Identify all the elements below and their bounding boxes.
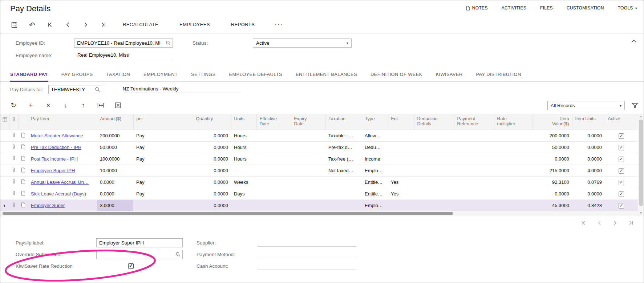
cell-taxation[interactable]: Pre-tax d… — [325, 142, 362, 153]
col-quantity[interactable]: Quantity — [193, 114, 231, 130]
cell-effective-date[interactable] — [256, 130, 291, 142]
cell-per[interactable] — [133, 200, 193, 211]
cell-payment-reference[interactable] — [454, 188, 494, 200]
cell-type[interactable]: Entitle… — [362, 188, 388, 200]
cell-rate-multiplier[interactable] — [494, 177, 532, 188]
supplier-field[interactable] — [258, 239, 356, 247]
cell-units[interactable]: Hours — [231, 130, 256, 142]
cell-quantity[interactable]: 0.0000 — [193, 130, 231, 142]
cell-type[interactable]: Dedu… — [362, 142, 388, 153]
pay-item-link[interactable]: Annual Leave Accrual Un… — [31, 179, 89, 185]
records-filter-select[interactable]: All Records ▾ — [547, 101, 625, 110]
cell-rate-multiplier[interactable] — [494, 188, 532, 200]
col-taxation[interactable]: Taxation — [325, 114, 362, 130]
active-checkbox[interactable] — [619, 180, 624, 185]
cell-per[interactable]: Pay — [133, 153, 193, 165]
cell-effective-date[interactable] — [256, 177, 291, 188]
cell-amount-selected[interactable]: 3.0000 — [97, 200, 133, 211]
save-button[interactable] — [5, 19, 23, 30]
cell-attachment[interactable] — [9, 130, 19, 142]
pay-details-for-lookup-button[interactable] — [93, 85, 102, 94]
col-payment-reference[interactable]: Payment Reference — [454, 114, 494, 130]
fit-width-button[interactable] — [92, 100, 109, 111]
undo-button[interactable]: ↶ — [23, 19, 41, 30]
cell-item-units[interactable]: 0.0000 — [572, 153, 605, 165]
cell-deduction-details[interactable] — [414, 142, 454, 153]
col-expiry-date[interactable]: Expiry Date — [291, 114, 325, 130]
cell-deduction-details[interactable] — [414, 177, 454, 188]
tab-pay-groups[interactable]: PAY GROUPS — [61, 68, 93, 82]
cell-item-value[interactable]: 0.0000 — [532, 153, 572, 165]
cell-attachment[interactable] — [9, 188, 19, 200]
pay-item-link[interactable]: Employer Super — [31, 203, 65, 208]
tab-kiwisaver[interactable]: KIWISAVER — [436, 68, 463, 82]
cell-per[interactable]: Pay — [133, 142, 193, 153]
cell-note[interactable] — [19, 200, 28, 211]
tools-menu-button[interactable]: TOOLS ▾ — [618, 5, 637, 11]
col-pay-item[interactable]: Pay Item — [28, 114, 97, 130]
cell-taxation[interactable] — [325, 188, 362, 200]
cell-ent[interactable] — [388, 153, 414, 165]
cell-payment-reference[interactable] — [454, 130, 494, 142]
col-notes[interactable] — [19, 114, 28, 130]
pay-item-link[interactable]: Pre Tax Deduction - IPH — [31, 145, 81, 150]
status-select[interactable]: Active ▾ — [253, 39, 352, 48]
table-row[interactable]: Employee Super IPH 10.0000 0.0000 Not ta… — [0, 165, 638, 177]
cell-expiry-date[interactable] — [291, 165, 325, 177]
cell-type[interactable]: Entitle… — [362, 177, 388, 188]
last-page-button[interactable] — [628, 221, 633, 225]
cell-deduction-details[interactable] — [414, 165, 454, 177]
col-attachments[interactable] — [9, 114, 19, 130]
cell-expiry-date[interactable] — [291, 177, 325, 188]
pay-item-link[interactable]: Motor Scooter Allowance — [31, 133, 83, 138]
cell-attachment[interactable] — [9, 177, 19, 188]
col-item-units[interactable]: Item Units — [572, 114, 605, 130]
cell-units[interactable]: Weeks — [231, 177, 256, 188]
col-rate-multiplier[interactable]: Rate multiplier — [494, 114, 532, 130]
add-row-button[interactable]: + — [22, 100, 40, 111]
cell-attachment[interactable] — [9, 153, 19, 165]
col-type[interactable]: Type — [362, 114, 388, 130]
cell-ent[interactable] — [388, 200, 414, 211]
cell-expiry-date[interactable] — [291, 153, 325, 165]
cell-per[interactable] — [133, 165, 193, 177]
col-item-value[interactable]: Item Value($) — [532, 114, 572, 130]
cell-expiry-date[interactable] — [291, 130, 325, 142]
col-amount[interactable]: Amount($) — [97, 114, 133, 130]
cell-deduction-details[interactable] — [414, 130, 454, 142]
previous-page-button[interactable] — [597, 221, 602, 225]
cell-rate-multiplier[interactable] — [494, 142, 532, 153]
cell-expiry-date[interactable] — [291, 142, 325, 153]
cell-rate-multiplier[interactable] — [494, 153, 532, 165]
first-page-button[interactable] — [581, 221, 586, 225]
col-effective-date[interactable]: Effective Date — [256, 114, 291, 130]
cell-row-selector[interactable] — [0, 130, 9, 142]
override-subaccount-input[interactable] — [97, 252, 174, 257]
col-ent[interactable]: Ent. — [388, 114, 414, 130]
cell-taxation[interactable]: Tax-free (… — [325, 153, 362, 165]
table-row[interactable]: Annual Leave Accrual Un… 0.0000 Pay 0.00… — [0, 177, 638, 188]
cell-deduction-details[interactable] — [414, 200, 454, 211]
cell-ent[interactable]: Yes — [388, 188, 414, 200]
pay-item-link[interactable]: Post Tax Income - IPH — [31, 156, 78, 162]
cell-quantity[interactable]: 0.0000 — [193, 153, 231, 165]
pay-details-for-input[interactable] — [49, 87, 93, 92]
cell-payment-reference[interactable] — [454, 177, 494, 188]
tab-employment[interactable]: EMPLOYMENT — [143, 68, 178, 82]
cell-quantity[interactable]: 0.0000 — [193, 177, 231, 188]
cell-item-units[interactable]: 0.8428 — [572, 200, 605, 211]
tab-employee-defaults[interactable]: EMPLOYEE DEFAULTS — [229, 68, 282, 82]
more-button[interactable]: ··· — [265, 21, 292, 28]
horizontal-scrollbar[interactable] — [0, 211, 638, 216]
cell-deduction-details[interactable] — [414, 153, 454, 165]
col-per[interactable]: per — [133, 114, 193, 130]
files-button[interactable]: FILES — [540, 5, 553, 11]
cell-item-value[interactable]: 92.3100 — [532, 177, 572, 188]
col-row-selector[interactable] — [0, 114, 9, 130]
pay-item-link[interactable]: Sick Leave Accrual (Days) — [31, 191, 86, 197]
customisation-button[interactable]: CUSTOMISATION — [567, 5, 604, 11]
cell-payment-reference[interactable] — [454, 200, 494, 211]
reports-button[interactable]: REPORTS — [220, 19, 265, 30]
cell-item-value[interactable]: 215.0000 — [532, 165, 572, 177]
cell-amount[interactable]: 0.0000 — [97, 177, 133, 188]
